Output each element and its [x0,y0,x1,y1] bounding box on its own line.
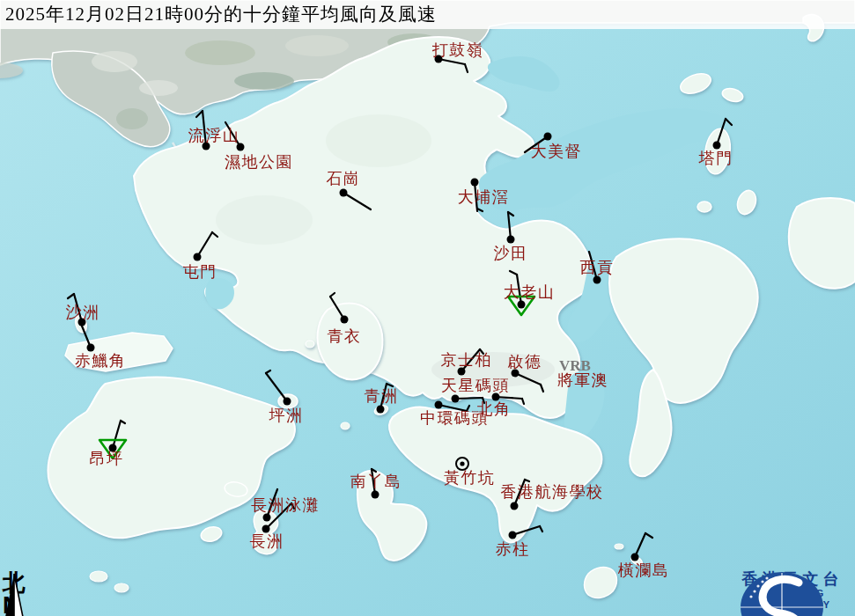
station-dot [435,401,443,409]
station-dot [340,189,348,197]
station-dot [284,398,291,406]
station-label: 啟德 [508,353,542,370]
station-label: 長洲 [250,532,284,550]
hko-logo: 香港天文台 HONG KONG OBSERVATORY [733,570,851,611]
station-label: 長洲泳灘 [251,496,320,514]
station-label: 塔門 [698,150,733,167]
station-label: 黃竹坑 [444,469,496,487]
station-label: 打鼓嶺 [432,41,484,59]
station-label: 西貢 [580,259,615,276]
station-label: 石崗 [327,170,361,187]
calm-wind-icon-center [460,461,464,466]
station-dot [471,179,479,187]
station-label: 香港航海學校 [501,483,604,501]
station-label: 坪洲 [269,407,304,424]
station-label: 大老山 [504,283,556,301]
station-dot [509,532,517,539]
station-dot [341,316,349,324]
station-dot [518,301,526,309]
station-label: 沙洲 [66,304,100,321]
station-label: 屯門 [183,263,217,281]
station-dot [263,514,271,522]
hko-wind-map-screen: VRB 打鼓嶺流浮山濕地公園石崗屯門大美督大埔滘塔門沙田西貢大老山沙洲赤鱲角青衣… [0,0,855,616]
station-dot [631,554,639,561]
station-label: 沙田 [494,245,528,262]
station-dot [507,236,515,244]
station-label: 赤柱 [496,540,530,558]
map-title: 2025年12月02日21時00分的十分鐘平均風向及風速 [0,0,855,29]
north-arrow-icon [2,572,30,616]
station-dot [372,491,380,499]
station-label: 天星碼頭 [441,377,510,394]
station-dot [194,253,202,261]
station-dot [87,344,95,352]
station-label: 京士柏 [441,351,493,369]
station-dot [713,142,721,150]
station-dot [452,395,460,403]
station-label: 大美督 [531,143,583,160]
north-compass: 北 N [2,572,37,616]
station-label: 橫瀾島 [618,561,670,579]
station-label: 青洲 [365,387,399,405]
station-label: 青衣 [328,327,362,345]
title-bar: 2025年12月02日21時00分的十分鐘平均風向及風速 [0,0,855,29]
station-label: 流浮山 [188,127,240,144]
station-dot [593,276,601,284]
station-dot [511,502,519,510]
station-label: 中環碼頭 [420,409,489,427]
wind-barb-shaft [455,398,483,399]
station-label: 赤鱲角 [75,352,127,370]
station-dot [544,133,552,141]
station-label: 昂坪 [90,450,124,467]
station-label: 將軍澳 [557,371,609,389]
hong-kong-wind-map: VRB 打鼓嶺流浮山濕地公園石崗屯門大美督大埔滘塔門沙田西貢大老山沙洲赤鱲角青衣… [0,0,855,616]
station-label: 濕地公園 [225,153,293,171]
station-label: 大埔滘 [458,188,510,206]
hko-emblem-icon [733,570,830,616]
station-dot [377,406,385,414]
station-label: 南丫島 [350,473,402,490]
